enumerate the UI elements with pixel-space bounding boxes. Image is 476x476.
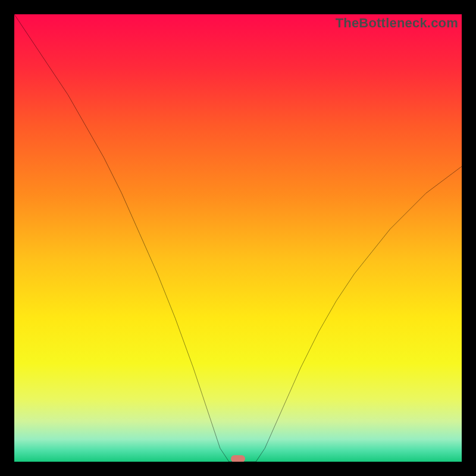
chart-stage: TheBottleneck.com bbox=[0, 0, 476, 476]
watermark-text: TheBottleneck.com bbox=[336, 15, 458, 31]
bottleneck-curve bbox=[14, 14, 462, 462]
optimal-marker bbox=[231, 455, 245, 462]
plot-area: TheBottleneck.com bbox=[14, 14, 462, 462]
